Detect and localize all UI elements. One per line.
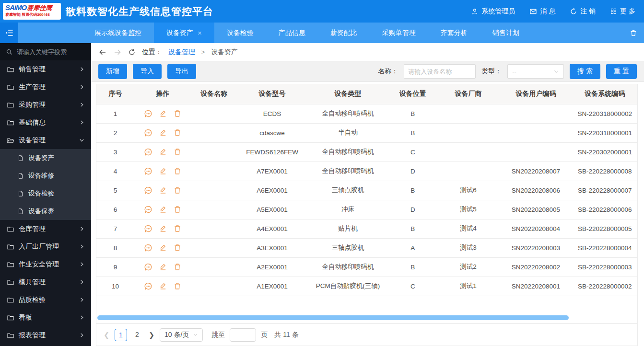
breadcrumb-parent-link[interactable]: 设备管理 [168,48,195,57]
tab[interactable]: 齐套分析 [428,23,480,43]
logo-brand-text: SAiMO [5,4,26,11]
page-buttons: 12 [115,329,143,341]
comment-icon[interactable] [144,205,153,214]
folder-icon [7,261,14,268]
tab[interactable]: 销售计划 [480,23,532,43]
horizontal-scrollbar[interactable] [97,315,569,320]
page-button-1[interactable]: 1 [115,329,127,341]
jump-label: 跳至 [211,331,225,339]
sidebar-item[interactable]: 看板 [0,309,91,326]
tab[interactable]: 采购单管理 [370,23,428,43]
delete-icon[interactable] [173,148,182,156]
comment-icon[interactable] [144,109,153,118]
edit-icon[interactable] [159,243,167,252]
breadcrumb-separator: > [201,49,205,56]
comment-icon[interactable] [144,282,153,291]
sidebar-item[interactable]: 入厂出厂管理 [0,238,91,255]
tab[interactable]: 设备检验 [214,23,266,43]
sidebar-item[interactable]: 采购管理 [0,96,91,114]
page-size-select[interactable]: 10 条/页 [160,328,203,342]
type-filter-select[interactable]: -- [507,64,564,79]
table-row: 5 A6EX0001 三轴点胶机 B 测试6 SN20220208006 SB-… [96,181,637,200]
add-button[interactable]: 新增 [98,64,127,79]
reset-button[interactable]: 重 置 [606,64,637,79]
delete-icon[interactable] [173,109,182,118]
delete-icon[interactable] [173,186,182,195]
edit-icon[interactable] [159,282,167,290]
comment-icon[interactable] [144,263,153,272]
edit-icon[interactable] [159,263,167,271]
comment-icon[interactable] [144,148,153,157]
import-button[interactable]: 导入 [133,64,162,79]
delete-icon[interactable] [173,224,182,233]
jump-page-input[interactable] [230,328,256,342]
user-menu[interactable]: 系统管理员 [471,7,515,16]
prev-page-button[interactable]: ❮ [103,331,110,339]
tab[interactable]: 薪资配比 [318,23,370,43]
folder-icon [7,83,14,91]
sidebar-subitem[interactable]: 设备资产 [0,149,91,167]
comment-icon[interactable] [144,167,153,176]
page-button-2[interactable]: 2 [131,329,143,341]
tab[interactable]: 产品信息 [266,23,318,43]
cell-device-name [191,257,237,277]
comment-icon[interactable] [144,224,153,233]
sidebar-item[interactable]: 仓库管理 [0,220,91,238]
sidebar-item[interactable]: 基础信息 [0,114,91,131]
edit-icon[interactable] [159,128,167,137]
delete-icon[interactable] [173,263,182,271]
cell-system-code: SN-220302000001 [573,142,637,161]
sidebar-subitem[interactable]: 设备维修 [0,167,91,185]
edit-icon[interactable] [159,205,167,214]
sidebar-item[interactable]: 作业安全管理 [0,255,91,273]
comment-icon[interactable] [144,128,153,138]
document-icon [17,208,24,215]
sidebar-item[interactable]: 报表管理 [0,326,91,344]
forward-arrow-icon[interactable] [113,48,122,57]
delete-icon[interactable] [173,243,182,252]
sidebar-item[interactable]: 品质检验 [0,291,91,309]
tab-label: 销售计划 [492,29,519,37]
delete-icon[interactable] [173,205,182,214]
trash-icon [630,29,637,37]
sidebar-subitem[interactable]: 设备保养 [0,202,91,220]
comment-icon[interactable] [144,243,153,253]
close-all-tabs-button[interactable] [623,23,644,43]
search-button[interactable]: 搜 索 [570,64,600,79]
cell-system-code: SB-220228000006 [573,200,637,219]
cell-device-type: 冲床 [307,200,388,219]
sidebar-item[interactable]: 设备管理 [0,131,91,149]
edit-icon[interactable] [159,224,167,233]
next-page-button[interactable]: ❯ [148,331,155,339]
export-button[interactable]: 导出 [167,64,196,79]
tab[interactable]: 设备资产 × [154,23,214,43]
cell-index: 3 [96,142,134,161]
name-filter-input[interactable] [404,64,476,79]
edit-icon[interactable] [159,167,167,175]
sidebar-collapse-button[interactable] [0,23,18,43]
messages-button[interactable]: 消 息 [529,7,555,16]
sidebar-subitem[interactable]: 设备检验 [0,185,91,202]
cell-device-name [191,123,237,142]
logout-button[interactable]: 注 销 [570,7,596,16]
edit-icon[interactable] [159,186,167,195]
sidebar-search-input[interactable] [17,48,79,56]
refresh-icon[interactable] [128,48,136,56]
cell-device-name [191,161,237,181]
more-button[interactable]: 更 多 [610,7,635,16]
edit-icon[interactable] [159,148,167,156]
close-icon[interactable]: × [198,29,202,36]
delete-icon[interactable] [173,128,182,137]
back-arrow-icon[interactable] [98,48,107,57]
column-header: 设备类型 [307,84,388,104]
tab[interactable]: 展示线设备监控 [82,23,154,43]
delete-icon[interactable] [173,282,182,290]
table-row: 6 A5EX0001 冲床 D 测试5 SN20220208005 SB-220… [96,200,637,219]
breadcrumb: 位置： 设备管理 > 设备资产 [91,43,644,61]
edit-icon[interactable] [159,109,167,118]
sidebar-item[interactable]: 生产管理 [0,78,91,96]
comment-icon[interactable] [144,186,153,195]
sidebar-item[interactable]: 销售管理 [0,60,91,78]
delete-icon[interactable] [173,167,182,175]
sidebar-item[interactable]: 模具管理 [0,273,91,291]
